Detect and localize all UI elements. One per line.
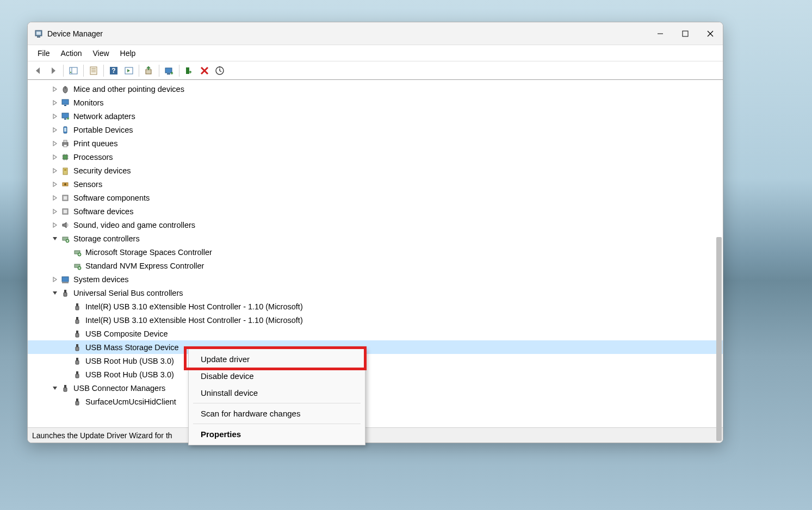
context-menu-item[interactable]: Uninstall device xyxy=(189,384,365,401)
chip-icon xyxy=(60,152,70,162)
tree-row[interactable]: System devices xyxy=(28,272,723,286)
svg-rect-4 xyxy=(683,31,688,36)
expand-icon[interactable] xyxy=(51,85,59,94)
tree-row[interactable]: Security devices xyxy=(28,164,723,177)
tree-label: Standard NVM Express Controller xyxy=(85,262,204,270)
toolbar-separator xyxy=(103,65,104,77)
tree-row[interactable]: Print queues xyxy=(28,136,723,150)
tree-row[interactable]: USB Root Hub (USB 3.0) xyxy=(28,368,723,381)
tree-label: Network adapters xyxy=(73,112,135,121)
context-menu: Update driverDisable deviceUninstall dev… xyxy=(188,348,365,445)
menu-action[interactable]: Action xyxy=(55,47,88,60)
tree-row[interactable]: Universal Serial Bus controllers xyxy=(28,286,723,300)
tree-row[interactable]: SurfaceUcmUcsiHidClient xyxy=(28,395,723,408)
tree-row[interactable]: Portable Devices xyxy=(28,123,723,136)
tree-row[interactable]: Sound, video and game controllers xyxy=(28,218,723,232)
tree-row[interactable]: Microsoft Storage Spaces Controller xyxy=(28,245,723,259)
disable-button[interactable] xyxy=(162,64,176,78)
enable-button[interactable] xyxy=(182,64,196,78)
tree-row[interactable]: Mice and other pointing devices xyxy=(28,82,723,96)
tree-label: System devices xyxy=(73,275,129,284)
minimize-button[interactable] xyxy=(648,22,673,45)
help-button[interactable]: ? xyxy=(107,64,121,78)
forward-button[interactable] xyxy=(46,64,60,78)
scan-hardware-button[interactable] xyxy=(213,64,227,78)
expand-icon[interactable] xyxy=(51,194,59,202)
svg-rect-20 xyxy=(186,67,189,74)
console-tree-button[interactable] xyxy=(66,64,80,78)
sensor-icon xyxy=(60,179,70,189)
expand-icon[interactable] xyxy=(51,153,59,161)
expand-icon[interactable] xyxy=(51,207,59,216)
usb-icon xyxy=(72,302,82,312)
svg-rect-61 xyxy=(76,303,78,306)
tree-label: USB Connector Managers xyxy=(73,384,165,393)
collapse-icon[interactable] xyxy=(51,289,59,297)
menu-file[interactable]: File xyxy=(32,47,55,60)
context-menu-item[interactable]: Update driver xyxy=(189,351,365,368)
expand-icon[interactable] xyxy=(51,180,59,189)
context-menu-item[interactable]: Disable device xyxy=(189,368,365,384)
tree-label: Microsoft Storage Spaces Controller xyxy=(85,248,212,257)
tree-label: Sensors xyxy=(73,180,102,189)
update-driver-button[interactable] xyxy=(142,64,156,78)
expand-icon[interactable] xyxy=(51,275,59,284)
tree-row[interactable]: Sensors xyxy=(28,177,723,191)
menu-view[interactable]: View xyxy=(87,47,114,60)
tree-label: Intel(R) USB 3.10 eXtensible Host Contro… xyxy=(85,302,303,311)
close-button[interactable] xyxy=(698,22,723,45)
system-icon xyxy=(60,275,70,284)
svg-rect-66 xyxy=(76,333,79,337)
properties-button[interactable] xyxy=(86,64,101,78)
back-button[interactable] xyxy=(31,64,45,78)
context-menu-separator xyxy=(193,424,361,424)
menubar: File Action View Help xyxy=(28,45,723,61)
expand-icon[interactable] xyxy=(51,139,59,148)
tree-row[interactable]: Intel(R) USB 3.10 eXtensible Host Contro… xyxy=(28,300,723,313)
expand-icon[interactable] xyxy=(51,112,59,121)
usb-icon xyxy=(72,397,82,407)
tree-row[interactable]: USB Mass Storage Device xyxy=(28,340,723,354)
svg-rect-76 xyxy=(76,401,79,405)
tree-row[interactable]: USB Root Hub (USB 3.0) xyxy=(28,354,723,368)
maximize-button[interactable] xyxy=(673,22,698,45)
expand-icon[interactable] xyxy=(51,166,59,175)
svg-rect-32 xyxy=(64,140,67,142)
svg-text:?: ? xyxy=(111,67,115,74)
portable-icon xyxy=(60,125,70,135)
expand-icon[interactable] xyxy=(51,98,59,107)
network-icon xyxy=(60,111,70,121)
tree-row[interactable]: USB Connector Managers xyxy=(28,381,723,395)
expand-icon[interactable] xyxy=(51,126,59,134)
svg-rect-27 xyxy=(64,119,66,120)
printer-icon xyxy=(60,139,70,148)
context-menu-item[interactable]: Properties xyxy=(189,426,365,443)
tree-row[interactable]: Network adapters xyxy=(28,109,723,123)
context-menu-item[interactable]: Scan for hardware changes xyxy=(189,405,365,422)
toolbar: ? xyxy=(28,61,723,80)
svg-rect-48 xyxy=(64,196,67,200)
tree-row[interactable]: Standard NVM Express Controller xyxy=(28,259,723,272)
collapse-icon[interactable] xyxy=(51,384,59,393)
tree-row[interactable]: Monitors xyxy=(28,96,723,109)
collapse-icon[interactable] xyxy=(51,234,59,243)
device-tree[interactable]: Mice and other pointing devicesMonitorsN… xyxy=(28,80,723,427)
svg-rect-70 xyxy=(76,360,79,364)
svg-rect-19 xyxy=(167,73,170,74)
svg-rect-10 xyxy=(90,67,97,74)
svg-rect-33 xyxy=(64,145,67,147)
scrollbar-thumb[interactable] xyxy=(716,237,722,441)
expand-icon[interactable] xyxy=(51,221,59,229)
action-button[interactable] xyxy=(122,64,136,78)
usb-icon xyxy=(72,343,82,352)
tree-row[interactable]: Software components xyxy=(28,191,723,204)
tree-row[interactable]: Software devices xyxy=(28,204,723,218)
mouse-icon xyxy=(60,84,70,94)
tree-row[interactable]: Storage controllers xyxy=(28,232,723,245)
uninstall-button[interactable] xyxy=(197,64,212,78)
tree-row[interactable]: Processors xyxy=(28,150,723,164)
titlebar[interactable]: Device Manager xyxy=(28,22,723,45)
tree-row[interactable]: USB Composite Device xyxy=(28,327,723,340)
menu-help[interactable]: Help xyxy=(115,47,141,60)
tree-row[interactable]: Intel(R) USB 3.10 eXtensible Host Contro… xyxy=(28,313,723,327)
